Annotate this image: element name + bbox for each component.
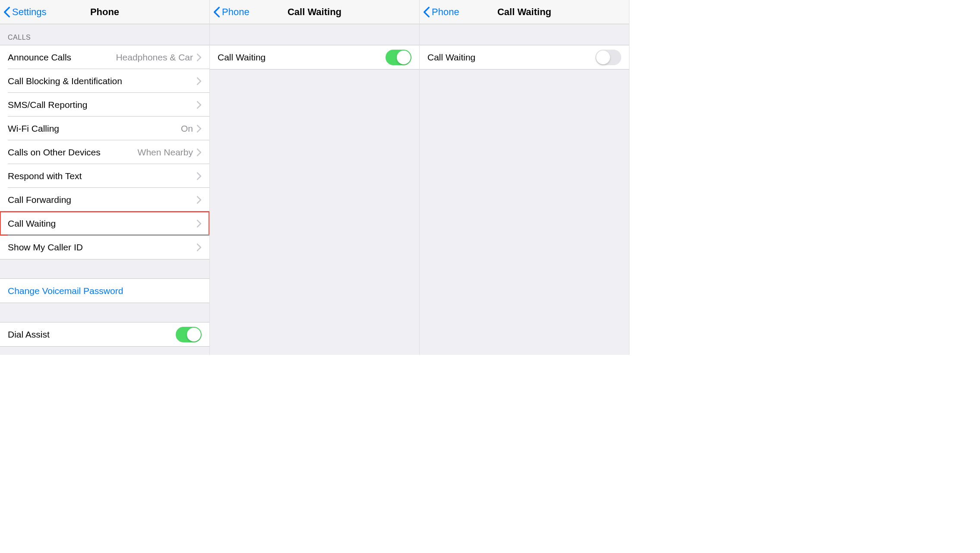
row-call-waiting[interactable]: Call Waiting — [0, 212, 209, 235]
call-waiting-list: Call Waiting — [420, 45, 629, 70]
call-waiting-list: Call Waiting — [210, 45, 419, 70]
toggle-knob — [397, 51, 411, 64]
chevron-right-icon — [196, 125, 202, 133]
nav-bar: Phone Call Waiting — [420, 0, 629, 24]
row-label: SMS/Call Reporting — [8, 100, 196, 110]
chevron-right-icon — [196, 101, 202, 109]
toggle-knob — [187, 328, 201, 341]
row-label: Call Waiting — [218, 52, 386, 63]
chevron-right-icon — [196, 54, 202, 61]
row-label: Dial Assist — [8, 329, 176, 340]
back-label: Settings — [12, 6, 47, 18]
chevron-right-icon — [196, 77, 202, 85]
back-button[interactable]: Settings — [3, 6, 47, 18]
row-calls-other-devices[interactable]: Calls on Other Devices When Nearby — [0, 140, 209, 164]
spacer — [0, 303, 209, 322]
back-label: Phone — [432, 6, 459, 18]
row-dial-assist: Dial Assist — [0, 322, 209, 346]
nav-bar: Settings Phone — [0, 0, 209, 24]
row-detail: Headphones & Car — [116, 52, 193, 63]
chevron-right-icon — [196, 172, 202, 180]
row-call-blocking[interactable]: Call Blocking & Identification — [0, 69, 209, 93]
row-label: Call Blocking & Identification — [8, 76, 196, 86]
chevron-left-icon — [213, 6, 220, 18]
calls-list: Announce Calls Headphones & Car Call Blo… — [0, 45, 209, 259]
row-respond-with-text[interactable]: Respond with Text — [0, 164, 209, 188]
back-button[interactable]: Phone — [423, 6, 459, 18]
row-announce-calls[interactable]: Announce Calls Headphones & Car — [0, 45, 209, 69]
row-change-voicemail-password[interactable]: Change Voicemail Password — [0, 279, 209, 303]
row-detail: When Nearby — [138, 147, 193, 158]
row-label: Respond with Text — [8, 171, 196, 181]
back-label: Phone — [222, 6, 250, 18]
chevron-left-icon — [3, 6, 10, 18]
row-call-waiting-toggle: Call Waiting — [210, 45, 419, 69]
call-waiting-screen-on: Phone Call Waiting Call Waiting — [210, 0, 420, 355]
row-wifi-calling[interactable]: Wi-Fi Calling On — [0, 117, 209, 140]
call-waiting-toggle[interactable] — [595, 50, 621, 65]
back-button[interactable]: Phone — [213, 6, 250, 18]
row-call-waiting-toggle: Call Waiting — [420, 45, 629, 69]
spacer — [0, 259, 209, 278]
phone-settings-screen: Settings Phone CALLS Announce Calls Head… — [0, 0, 210, 355]
section-header-calls: CALLS — [0, 24, 209, 45]
chevron-right-icon — [196, 196, 202, 204]
row-label: Call Waiting — [8, 218, 196, 229]
dial-assist-list: Dial Assist — [0, 322, 209, 347]
spacer — [210, 24, 419, 45]
chevron-left-icon — [423, 6, 430, 18]
chevron-right-icon — [196, 243, 202, 251]
call-waiting-toggle[interactable] — [386, 50, 411, 65]
row-label: Wi-Fi Calling — [8, 123, 181, 134]
chevron-right-icon — [196, 149, 202, 156]
row-label: Call Forwarding — [8, 195, 196, 205]
nav-bar: Phone Call Waiting — [210, 0, 419, 24]
toggle-knob — [596, 51, 610, 64]
row-sms-call-reporting[interactable]: SMS/Call Reporting — [0, 93, 209, 117]
spacer — [420, 24, 629, 45]
chevron-right-icon — [196, 220, 202, 228]
row-label: Calls on Other Devices — [8, 147, 138, 158]
voicemail-list: Change Voicemail Password — [0, 278, 209, 303]
call-waiting-screen-off: Phone Call Waiting Call Waiting — [420, 0, 629, 355]
row-label: Call Waiting — [427, 52, 595, 63]
row-label: Change Voicemail Password — [8, 286, 202, 296]
row-detail: On — [181, 123, 193, 134]
row-label: Show My Caller ID — [8, 242, 196, 253]
row-show-caller-id[interactable]: Show My Caller ID — [0, 235, 209, 259]
row-call-forwarding[interactable]: Call Forwarding — [0, 188, 209, 212]
row-label: Announce Calls — [8, 52, 116, 63]
dial-assist-toggle[interactable] — [176, 327, 202, 342]
